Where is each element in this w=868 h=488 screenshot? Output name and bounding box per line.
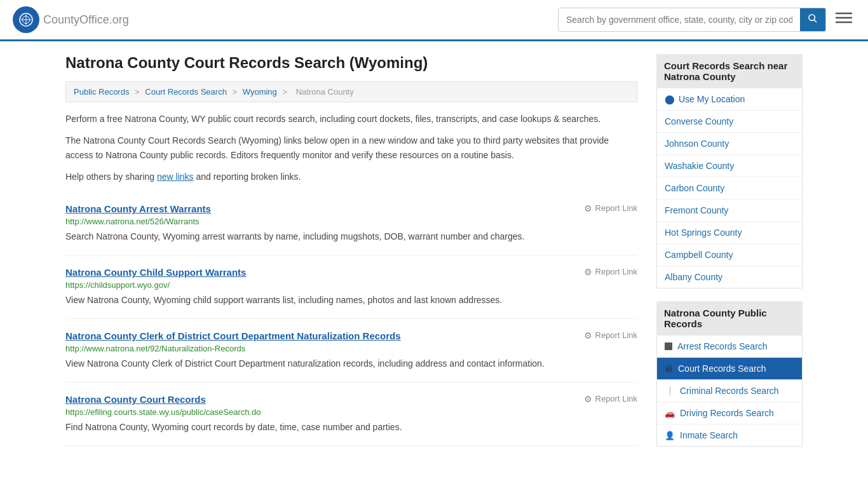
sidebar: Court Records Search near Natrona County… bbox=[656, 54, 803, 459]
result-item: Natrona County Court Records ⚙ Report Li… bbox=[65, 383, 637, 446]
report-link-3[interactable]: ⚙ Report Link bbox=[584, 394, 637, 404]
result-url-0[interactable]: http://www.natrona.net/526/Warrants bbox=[65, 217, 637, 226]
search-input[interactable] bbox=[559, 10, 800, 30]
result-url-1[interactable]: https://childsupport.wyo.gov/ bbox=[65, 280, 637, 290]
result-title-3[interactable]: Natrona County Court Records bbox=[65, 394, 206, 405]
nearby-county-5[interactable]: Hot Springs County bbox=[657, 222, 802, 244]
result-header: Natrona County Child Support Warrants ⚙ … bbox=[65, 267, 637, 278]
nearby-county-6[interactable]: Campbell County bbox=[657, 244, 802, 266]
result-header: Natrona County Court Records ⚙ Report Li… bbox=[65, 394, 637, 405]
svg-point-3 bbox=[809, 15, 815, 20]
pub-record-link-1[interactable]: Court Records Search bbox=[678, 363, 766, 374]
result-desc-1: View Natrona County, Wyoming child suppo… bbox=[65, 294, 637, 307]
logo-icon bbox=[13, 6, 39, 33]
breadcrumb-natrona-county: Natrona County bbox=[296, 87, 354, 97]
result-url-2[interactable]: http://www.natrona.net/92/Naturalization… bbox=[65, 344, 637, 353]
rec-icon-square bbox=[665, 342, 672, 350]
nearby-county-7[interactable]: Albany County bbox=[657, 266, 802, 288]
pub-record-item-1[interactable]: 🏛Court Records Search bbox=[657, 358, 802, 380]
result-item: Natrona County Clerk of District Court D… bbox=[65, 319, 637, 383]
nearby-county-link-2[interactable]: Washakie County bbox=[665, 161, 734, 171]
nearby-county-0[interactable]: Converse County bbox=[657, 111, 802, 133]
rec-icon-person: 👤 bbox=[665, 431, 675, 440]
header-right bbox=[558, 8, 855, 32]
new-links-link[interactable]: new links bbox=[157, 172, 194, 182]
logo-text: CountyOffice.org bbox=[43, 13, 129, 27]
report-link-0[interactable]: ⚙ Report Link bbox=[584, 203, 637, 214]
page-title: Natrona County Court Records Search (Wyo… bbox=[65, 54, 637, 72]
hamburger-button[interactable] bbox=[832, 8, 855, 31]
nearby-county-4[interactable]: Fremont County bbox=[657, 200, 802, 222]
nearby-county-2[interactable]: Washakie County bbox=[657, 155, 802, 177]
use-my-location-link[interactable]: Use My Location bbox=[679, 94, 745, 104]
report-link-1[interactable]: ⚙ Report Link bbox=[584, 267, 637, 277]
nearby-county-link-7[interactable]: Albany County bbox=[665, 272, 722, 282]
pub-record-item-2[interactable]: ❕Criminal Records Search bbox=[657, 380, 802, 402]
nearby-section-header: Court Records Search near Natrona County bbox=[656, 54, 803, 88]
pub-record-item-4[interactable]: 👤Inmate Search bbox=[657, 424, 802, 446]
pub-record-item-0[interactable]: Arrest Records Search bbox=[657, 336, 802, 358]
breadcrumb-court-records-search[interactable]: Court Records Search bbox=[145, 87, 227, 97]
public-records-header: Natrona County Public Records bbox=[656, 301, 803, 336]
content-area: Natrona County Court Records Search (Wyo… bbox=[65, 54, 637, 459]
breadcrumb: Public Records > Court Records Search > … bbox=[65, 81, 637, 102]
result-item: Natrona County Child Support Warrants ⚙ … bbox=[65, 255, 637, 319]
nearby-counties-list: Converse CountyJohnson CountyWashakie Co… bbox=[657, 111, 802, 288]
result-desc-0: Search Natrona County, Wyoming arrest wa… bbox=[65, 230, 637, 243]
nearby-county-link-0[interactable]: Converse County bbox=[665, 116, 733, 126]
nearby-county-link-5[interactable]: Hot Springs County bbox=[665, 227, 742, 238]
report-link-icon-2: ⚙ bbox=[584, 330, 592, 341]
use-my-location[interactable]: ⬤ Use My Location bbox=[657, 88, 802, 111]
report-link-icon-1: ⚙ bbox=[584, 267, 592, 277]
pub-record-link-2[interactable]: Criminal Records Search bbox=[680, 386, 779, 396]
report-link-2[interactable]: ⚙ Report Link bbox=[584, 330, 637, 341]
report-link-icon-3: ⚙ bbox=[584, 394, 592, 404]
rec-icon-court: 🏛 bbox=[665, 364, 673, 374]
result-desc-3: Find Natrona County, Wyoming court recor… bbox=[65, 421, 637, 434]
site-header: CountyOffice.org bbox=[0, 0, 868, 41]
intro-paragraph-2: The Natrona County Court Records Search … bbox=[65, 133, 637, 162]
pub-record-link-3[interactable]: Driving Records Search bbox=[680, 408, 774, 418]
intro-paragraph-3: Help others by sharing new links and rep… bbox=[65, 170, 637, 184]
nearby-county-link-3[interactable]: Carbon County bbox=[665, 183, 724, 193]
nearby-county-3[interactable]: Carbon County bbox=[657, 177, 802, 200]
logo-area[interactable]: CountyOffice.org bbox=[13, 6, 129, 33]
report-link-icon-0: ⚙ bbox=[584, 203, 592, 214]
pub-record-link-4[interactable]: Inmate Search bbox=[680, 430, 738, 440]
nearby-list: ⬤ Use My Location Converse CountyJohnson… bbox=[656, 88, 803, 288]
results-container: Natrona County Arrest Warrants ⚙ Report … bbox=[65, 192, 637, 446]
result-title-0[interactable]: Natrona County Arrest Warrants bbox=[65, 203, 211, 214]
pub-record-link-0[interactable]: Arrest Records Search bbox=[677, 341, 768, 351]
public-records-list: Arrest Records Search🏛Court Records Sear… bbox=[656, 336, 803, 447]
search-bar bbox=[558, 8, 826, 32]
result-url-3[interactable]: https://efiling.courts.state.wy.us/publi… bbox=[65, 407, 637, 417]
logo-name: CountyOffice bbox=[43, 13, 109, 26]
result-header: Natrona County Clerk of District Court D… bbox=[65, 330, 637, 341]
result-header: Natrona County Arrest Warrants ⚙ Report … bbox=[65, 203, 637, 214]
pub-record-item-3[interactable]: 🚗Driving Records Search bbox=[657, 402, 802, 424]
search-button[interactable] bbox=[800, 8, 825, 31]
breadcrumb-wyoming[interactable]: Wyoming bbox=[243, 87, 277, 97]
breadcrumb-public-records[interactable]: Public Records bbox=[74, 87, 129, 97]
nearby-county-link-6[interactable]: Campbell County bbox=[665, 250, 733, 260]
result-title-2[interactable]: Natrona County Clerk of District Court D… bbox=[65, 330, 401, 341]
intro-paragraph-1: Perform a free Natrona County, WY public… bbox=[65, 112, 637, 126]
result-item: Natrona County Arrest Warrants ⚙ Report … bbox=[65, 192, 637, 255]
rec-icon-exclaim: ❕ bbox=[665, 386, 675, 396]
location-icon: ⬤ bbox=[665, 94, 675, 104]
public-records-section: Natrona County Public Records Arrest Rec… bbox=[656, 301, 803, 447]
nearby-county-link-4[interactable]: Fremont County bbox=[665, 205, 728, 215]
svg-line-4 bbox=[814, 20, 817, 22]
nearby-section: Court Records Search near Natrona County… bbox=[656, 54, 803, 288]
result-title-1[interactable]: Natrona County Child Support Warrants bbox=[65, 267, 246, 278]
main-container: Natrona County Court Records Search (Wyo… bbox=[53, 41, 815, 472]
rec-icon-car: 🚗 bbox=[665, 409, 675, 418]
logo-suffix: .org bbox=[109, 13, 129, 26]
nearby-county-1[interactable]: Johnson County bbox=[657, 133, 802, 155]
nearby-county-link-1[interactable]: Johnson County bbox=[665, 139, 729, 149]
result-desc-2: View Natrona County Clerk of District Co… bbox=[65, 357, 637, 370]
